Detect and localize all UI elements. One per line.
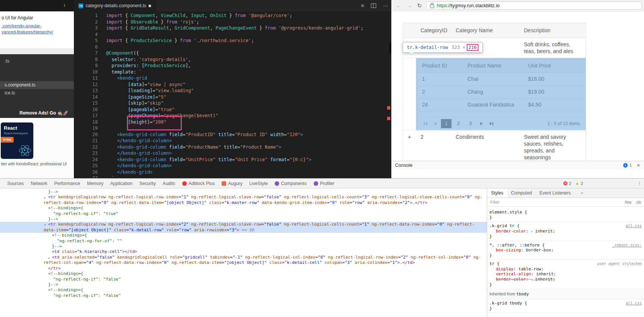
expand-longhand-icon[interactable]: ▸ — [531, 278, 535, 281]
devtools-tab-performance[interactable]: Performance — [51, 179, 84, 188]
devtools-tab-security[interactable]: Security — [136, 179, 159, 188]
devtools-tab-audits[interactable]: Audits — [159, 179, 178, 188]
code-line[interactable]: 7@Component({ — [74, 50, 391, 56]
open-editors-icon[interactable]: ≡ — [361, 3, 364, 8]
code-line[interactable]: 20 <kendo-grid-column field="ProductID" … — [74, 132, 391, 138]
code-line[interactable]: 15 [skip]="skip" — [74, 100, 391, 107]
console-drawer-label[interactable]: Console — [395, 163, 413, 168]
detail-grid-row[interactable]: 1Chai$18.00 — [417, 73, 585, 86]
elements-tree-line[interactable]: "ng-reflect-ng-if": "false" — [0, 277, 487, 282]
column-header[interactable]: CategoryID — [416, 23, 451, 38]
file-tree-item[interactable]: .ts — [0, 57, 74, 65]
code-line[interactable]: 16 [pageable]="true" — [74, 107, 391, 113]
pager-last-button[interactable] — [487, 119, 496, 128]
css-property[interactable]: border-color: ▸ inherit; — [489, 277, 642, 282]
stylesheet-source-link[interactable]: all.css — [626, 301, 642, 306]
elements-tree-line[interactable]: </tr> — [0, 266, 487, 271]
error-icon[interactable]: ✕ — [563, 181, 567, 185]
code-line[interactable]: 27 ` — [74, 175, 391, 178]
elements-tree-line[interactable]: "ng-reflect-ng-for-of": "" — [0, 239, 487, 244]
docs-link[interactable]: .com/kendo-angular- — [2, 23, 72, 29]
elements-tree-line[interactable]: ▾<tr kendogridlogicalrow ng-reflect-logi… — [0, 222, 487, 233]
elements-tree-line[interactable]: }--> — [0, 282, 487, 287]
url-bar[interactable]: https://tygmsy.run.stackblitz.io — [426, 2, 642, 9]
elements-tree-line[interactable]: <!--bindings={ — [0, 233, 487, 238]
code-line[interactable]: 19 — [74, 125, 391, 132]
elements-tree-line[interactable]: <!--bindings={ — [0, 287, 487, 293]
detail-column-header[interactable]: Unit Price — [524, 59, 585, 72]
rule-selector[interactable]: element.style { — [489, 210, 642, 215]
close-drawer-icon[interactable]: ✕ — [637, 163, 640, 168]
tab-event-listeners[interactable]: Event Listeners — [536, 188, 575, 198]
devtools-tab-adblock-plus[interactable]: Adblock Plus — [179, 179, 218, 188]
code-line[interactable]: 1import { Component, ViewChild, Input, O… — [74, 13, 391, 19]
warning-icon[interactable]: ▲ — [575, 181, 579, 185]
code-line[interactable]: 23 </kendo-grid-column> — [74, 150, 391, 157]
pager-prev-button[interactable] — [431, 119, 439, 128]
devtools-tab-livestyle[interactable]: LiveStyle — [246, 179, 271, 188]
stylesheet-source-link[interactable]: _reboot.scss: — [612, 243, 642, 248]
refresh-icon[interactable]: ↻ — [417, 2, 422, 9]
ad-banner[interactable]: React React Developers RTER — [1, 122, 33, 159]
css-property[interactable]: border-color: ▸ inherit; — [489, 229, 642, 234]
stylesheet-source-link[interactable]: all.css — [626, 223, 642, 229]
toggle-hover-state-button[interactable]: :hov — [624, 200, 631, 204]
editor-code-lines[interactable]: 1import { Component, ViewChild, Input, O… — [74, 11, 391, 178]
elements-tree-line[interactable]: "ng-reflect-ng-if": "true" — [0, 211, 487, 217]
download-project-icon[interactable]: ↓ — [62, 3, 67, 8]
elements-tree-line[interactable]: }--> — [0, 189, 487, 195]
rule-selector[interactable]: all.css.k-grid tr { — [489, 223, 642, 229]
rule-selector[interactable]: user agent stylesheettr { — [489, 261, 642, 267]
elements-tree-line[interactable]: ▸<tr kendogridlogicalrow ng-reflect-logi… — [0, 195, 487, 206]
tab-computed[interactable]: Computed — [507, 188, 536, 198]
expand-node-icon[interactable]: ▸ — [44, 195, 48, 200]
code-line[interactable]: 26 </kendo-grid> — [74, 169, 391, 176]
css-property[interactable]: display: table-row; — [489, 267, 642, 272]
editor-tab[interactable]: TS category-details.component.ts — [74, 0, 156, 11]
code-line[interactable]: 24 <kendo-grid-column field="UnitPrice" … — [74, 157, 391, 163]
pager-page-button[interactable]: 2 — [453, 119, 464, 128]
file-tree-item-active[interactable]: s.component.ts — [0, 81, 74, 89]
styles-filter-input[interactable]: Filter — [490, 200, 499, 204]
detail-column-header[interactable]: Product Name — [463, 59, 524, 72]
split-editor-icon[interactable] — [371, 3, 376, 8]
elements-tree-line[interactable]: }--> — [0, 217, 487, 222]
detail-grid-row[interactable]: 24Guaraná Fantástica$4.50 — [417, 99, 585, 111]
rule-selector[interactable]: all.css.k-grid tbody { — [489, 301, 642, 306]
devtools-tab-memory[interactable]: Memory — [84, 179, 107, 188]
detail-grid-row[interactable]: 2Chang$19.00 — [417, 86, 585, 99]
code-line[interactable]: 22 <kendo-grid-column field="ProductName… — [74, 144, 391, 151]
devtools-tab-sources[interactable]: Sources — [4, 179, 27, 188]
code-line[interactable]: 13 [loading]="view.loading" — [74, 88, 391, 94]
forward-icon[interactable]: → — [406, 2, 412, 9]
code-line[interactable]: 2import { Observable } from 'rxjs'; — [74, 19, 391, 25]
pager-page-button[interactable]: 3 — [465, 119, 476, 128]
devtools-tab-profiler[interactable]: Profiler — [310, 179, 338, 188]
devtools-tab-application[interactable]: Application — [107, 179, 136, 188]
expand-row-icon[interactable]: + — [403, 130, 416, 164]
code-line[interactable]: 14 [pageSize]="5" — [74, 94, 391, 100]
elements-tree-line[interactable]: }--> — [0, 244, 487, 249]
pager-page-button[interactable]: 1 — [441, 119, 452, 128]
css-property[interactable]: box-sizing: border-box; — [489, 248, 642, 253]
file-tree-item[interactable]: ice.ts — [0, 89, 74, 97]
code-line[interactable]: 8 selector: 'category-details', — [74, 56, 391, 63]
back-icon[interactable]: ← — [396, 2, 402, 9]
expand-node-icon[interactable]: ▸ — [48, 255, 52, 261]
detail-column-header[interactable]: Product ID — [417, 59, 463, 72]
toggle-classes-button[interactable]: .cls — [635, 200, 641, 204]
code-line[interactable]: 21 </kendo-grid-column> — [74, 138, 391, 144]
devtools-tab-network[interactable]: Network — [27, 179, 51, 188]
pager-first-button[interactable] — [421, 119, 430, 128]
more-tabs-icon[interactable]: » — [577, 188, 587, 198]
code-line[interactable]: 6 — [74, 44, 391, 50]
unsaved-changes-dot-icon[interactable] — [148, 5, 151, 7]
remove-ads-link[interactable]: Remove Ads! Go 🧙🚀 — [0, 110, 74, 116]
devtools-tab-components[interactable]: Components — [271, 179, 310, 188]
inherited-node-name[interactable]: tbody — [516, 292, 529, 297]
code-line[interactable]: 11 <kendo-grid — [74, 75, 391, 82]
rule-selector[interactable]: _reboot.scss:*, ::after, ::before { — [489, 243, 642, 248]
pager-next-button[interactable] — [477, 119, 486, 128]
tab-styles[interactable]: Styles — [487, 188, 507, 198]
code-line[interactable]: 5import { ProductsService } from './nort… — [74, 38, 391, 44]
